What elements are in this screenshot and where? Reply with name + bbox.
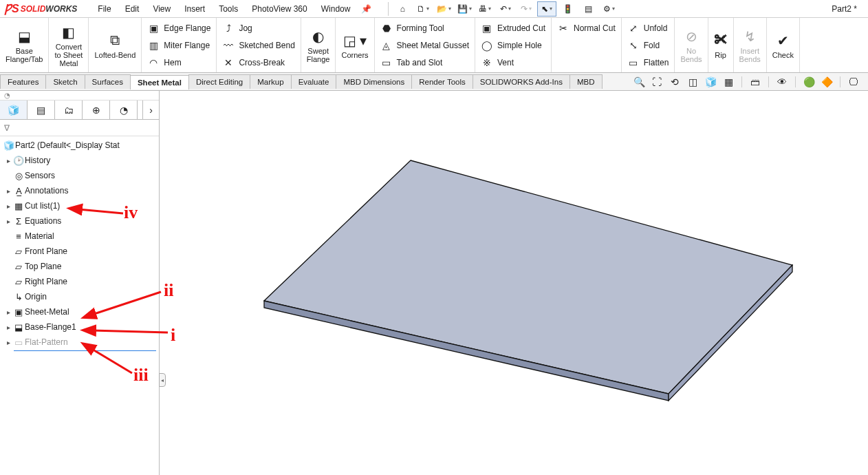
menu-edit[interactable]: Edit bbox=[118, 1, 147, 17]
tree-top-plane[interactable]: ▱Top Plane bbox=[0, 259, 159, 274]
cross-break[interactable]: ✕Cross-Break bbox=[221, 54, 296, 71]
zoom-fit-icon[interactable]: 🔍 bbox=[631, 75, 647, 89]
jog[interactable]: ⤴Jog bbox=[221, 19, 296, 36]
check[interactable]: ✔Check bbox=[767, 18, 800, 72]
tree-front-plane[interactable]: ▱Front Plane bbox=[0, 244, 159, 259]
model-view[interactable] bbox=[256, 146, 806, 442]
pin-menu-icon[interactable]: 📌 bbox=[361, 4, 371, 14]
sketched-bend[interactable]: 〰Sketched Bend bbox=[221, 36, 296, 54]
filter-icon[interactable]: ∇ bbox=[0, 120, 159, 136]
open-icon[interactable]: 📂 bbox=[434, 1, 453, 17]
extruded-cut-icon: ▣ bbox=[481, 23, 493, 34]
prev-view-icon[interactable]: ⟲ bbox=[667, 75, 682, 89]
tree-flat-pattern[interactable]: ▸▭Flat-Pattern bbox=[0, 335, 159, 350]
cmtab-sheet-metal[interactable]: Sheet Metal bbox=[130, 75, 189, 89]
tree-right-plane[interactable]: ▱Right Plane bbox=[0, 274, 159, 289]
cmtab-surfaces[interactable]: Surfaces bbox=[85, 74, 131, 89]
edit-appearance-icon[interactable]: 👁 bbox=[774, 75, 790, 89]
zoom-area-icon[interactable]: ⛶ bbox=[649, 75, 664, 89]
config-manager-tab[interactable]: 🗂 bbox=[55, 101, 83, 119]
sheet-metal-gusset[interactable]: ◬Sheet Metal Gusset bbox=[379, 36, 470, 54]
cmtab-markup[interactable]: Markup bbox=[250, 74, 291, 89]
menu-window[interactable]: Window bbox=[314, 1, 358, 17]
cmtab-mbd[interactable]: MBD bbox=[569, 74, 603, 89]
cmtab-mbd-dimensions[interactable]: MBD Dimensions bbox=[336, 74, 412, 89]
fold[interactable]: ⤡Fold bbox=[626, 36, 671, 54]
fm-tabs-overflow[interactable]: › bbox=[142, 101, 159, 119]
collapse-panel-handle[interactable]: ◂ bbox=[159, 373, 166, 387]
graphics-area[interactable]: ◂ iv ii i iii bbox=[160, 91, 868, 475]
settings-icon[interactable]: ⚙ bbox=[599, 1, 618, 17]
menu-view[interactable]: View bbox=[146, 1, 177, 17]
cmtab-sketch[interactable]: Sketch bbox=[45, 74, 85, 89]
top-plane-icon: ▱ bbox=[12, 262, 25, 272]
cmtab-features[interactable]: Features bbox=[0, 74, 46, 89]
tree-sheet-metal[interactable]: ▸▣Sheet-Metal bbox=[0, 304, 159, 319]
tree-root[interactable]: 🧊Part2 (Default<_Display Stat bbox=[0, 138, 159, 153]
dimxpert-tab[interactable]: ⊕ bbox=[83, 101, 110, 119]
lofted-bend[interactable]: ⧉Lofted-Bend bbox=[89, 18, 142, 72]
annotation-iii: iii bbox=[133, 365, 149, 386]
menu-insert[interactable]: Insert bbox=[177, 1, 212, 17]
redo-icon[interactable]: ↷ bbox=[517, 1, 536, 17]
hem[interactable]: ◠Hem bbox=[146, 54, 212, 71]
edge-flange[interactable]: ▣Edge Flange bbox=[146, 19, 212, 36]
hide-show-icon[interactable]: 🗃 bbox=[748, 75, 763, 89]
tree-history[interactable]: ▸🕑History bbox=[0, 153, 159, 168]
tab-and-slot[interactable]: ▭Tab and Slot bbox=[379, 54, 470, 71]
rebuild-icon[interactable]: 🚦 bbox=[558, 1, 577, 17]
normal-cut[interactable]: ✂Normal Cut bbox=[556, 19, 617, 36]
render-icon[interactable]: 🔶 bbox=[819, 75, 834, 89]
section-view-icon[interactable]: ◫ bbox=[685, 75, 700, 89]
base-flange1-label: Base-Flange1 bbox=[25, 322, 76, 332]
menu-tools[interactable]: Tools bbox=[212, 1, 245, 17]
tree-sensors[interactable]: ◎Sensors bbox=[0, 168, 159, 183]
sheet-metal-gusset-icon: ◬ bbox=[380, 40, 393, 51]
menu-photoview-360[interactable]: PhotoView 360 bbox=[245, 1, 314, 17]
apply-scene-icon[interactable]: 🟢 bbox=[801, 75, 816, 89]
tree-material[interactable]: ≡Material bbox=[0, 229, 159, 244]
menu-file[interactable]: File bbox=[91, 1, 118, 17]
base-flange-tab[interactable]: ⬓BaseFlange/Tab bbox=[0, 18, 49, 72]
ds-logo-icon: ǷS bbox=[4, 2, 19, 15]
edge-flange-icon: ▣ bbox=[147, 23, 160, 34]
select-icon[interactable]: ⬉ bbox=[537, 1, 556, 17]
material-icon: ≡ bbox=[12, 231, 25, 242]
swept-flange[interactable]: ◐SweptFlange bbox=[301, 18, 336, 72]
display-style-icon[interactable]: ▦ bbox=[721, 75, 736, 89]
extruded-cut[interactable]: ▣Extruded Cut bbox=[479, 19, 547, 36]
cmtab-render-tools[interactable]: Render Tools bbox=[411, 74, 473, 89]
unfold[interactable]: ⤢Unfold bbox=[626, 19, 671, 36]
home-icon[interactable]: ⌂ bbox=[393, 1, 412, 17]
view-settings-icon[interactable]: 🖵 bbox=[846, 75, 861, 89]
sensors-label: Sensors bbox=[25, 171, 55, 180]
corners[interactable]: ◲ ▾Corners bbox=[336, 18, 374, 72]
options-list-icon[interactable]: ▤ bbox=[578, 1, 598, 17]
property-manager-tab[interactable]: ▤ bbox=[28, 101, 55, 119]
top-plane-label: Top Plane bbox=[25, 262, 61, 271]
equations-label: Equations bbox=[25, 216, 61, 226]
undo-icon[interactable]: ↶ bbox=[496, 1, 515, 17]
tree-base-flange1[interactable]: ▸⬓Base-Flange1 bbox=[0, 319, 159, 335]
display-manager-tab[interactable]: ◔ bbox=[110, 101, 138, 119]
tree-annotations[interactable]: ▸A̲Annotations bbox=[0, 183, 159, 198]
view-orient-icon[interactable]: 🧊 bbox=[703, 75, 718, 89]
cmtab-direct-editing[interactable]: Direct Editing bbox=[188, 74, 250, 89]
flatten[interactable]: ▭Flatten bbox=[626, 54, 671, 71]
vent[interactable]: ※Vent bbox=[479, 54, 547, 71]
cmtab-evaluate[interactable]: Evaluate bbox=[291, 74, 337, 89]
new-icon[interactable]: 🗋 bbox=[413, 1, 433, 17]
print-icon[interactable]: 🖶 bbox=[475, 1, 495, 17]
save-icon[interactable]: 💾 bbox=[455, 1, 474, 17]
feature-manager-tab[interactable]: 🧊 bbox=[0, 101, 28, 119]
forming-tool[interactable]: ⬣Forming Tool bbox=[379, 19, 470, 36]
cmtab-solidworks-add-ins[interactable]: SOLIDWORKS Add-Ins bbox=[473, 74, 570, 89]
simple-hole[interactable]: ◯Simple Hole bbox=[479, 36, 547, 54]
material-label: Material bbox=[25, 231, 54, 241]
rip[interactable]: ✀Rip bbox=[708, 18, 734, 72]
annotation-iv: iv bbox=[124, 202, 138, 223]
miter-flange[interactable]: ▥Miter Flange bbox=[146, 36, 212, 54]
jog-icon: ⤴ bbox=[222, 23, 235, 34]
convert-to-sheet-metal[interactable]: ◧Convertto SheetMetal bbox=[49, 18, 89, 72]
tree-origin[interactable]: ↳Origin bbox=[0, 289, 159, 304]
